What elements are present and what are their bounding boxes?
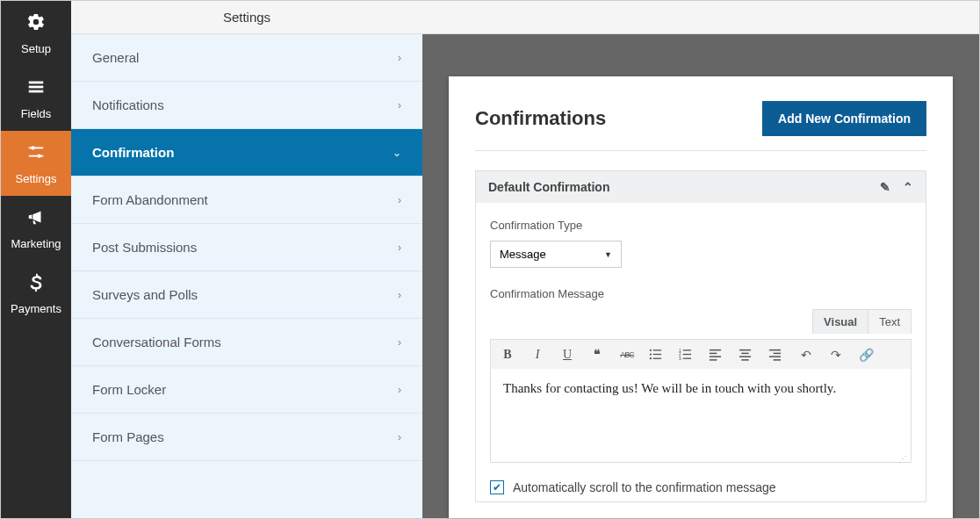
bullet-list-icon[interactable] — [649, 348, 665, 361]
chevron-right-icon: › — [398, 241, 401, 254]
settings-panel: Settings General › Notifications › Confi… — [71, 1, 422, 518]
panel-item-label: Form Pages — [92, 429, 164, 444]
svg-rect-24 — [741, 353, 748, 355]
svg-rect-2 — [29, 90, 44, 92]
main-area: Confirmations Add New Confirmation Defau… — [422, 1, 979, 518]
accordion-title: Default Confirmation — [488, 180, 609, 194]
panel-item-post-submissions[interactable]: Post Submissions › — [71, 224, 422, 271]
panel-item-label: Form Locker — [92, 382, 166, 397]
auto-scroll-checkbox[interactable]: ✔ — [490, 480, 504, 494]
confirmation-type-label: Confirmation Type — [490, 219, 912, 232]
svg-rect-22 — [710, 359, 717, 361]
editor-body[interactable]: Thanks for contacting us! We will be in … — [491, 369, 911, 457]
svg-rect-25 — [739, 356, 751, 357]
svg-point-6 — [37, 154, 40, 157]
panel-item-label: General — [92, 50, 139, 65]
svg-point-5 — [31, 146, 34, 149]
link-icon[interactable]: 🔗 — [858, 348, 874, 362]
underline-icon[interactable]: U — [559, 348, 575, 362]
sidebar-item-setup[interactable]: Setup — [1, 1, 71, 66]
sidebar-item-payments[interactable]: Payments — [1, 261, 71, 326]
accordion-body: Confirmation Type Message Confirmation M… — [476, 203, 926, 501]
chevron-right-icon: › — [398, 194, 401, 206]
confirmations-card: Confirmations Add New Confirmation Defau… — [449, 76, 953, 518]
sidebar-item-marketing[interactable]: Marketing — [1, 196, 71, 261]
sidebar-item-label: Settings — [16, 172, 57, 185]
redo-icon[interactable]: ↷ — [828, 348, 844, 362]
panel-item-label: Form Abandonment — [92, 192, 208, 207]
svg-rect-21 — [710, 356, 721, 357]
panel-item-form-abandonment[interactable]: Form Abandonment › — [71, 177, 422, 224]
panel-item-confirmation[interactable]: Confirmation ⌄ — [71, 129, 422, 177]
panel-item-form-locker[interactable]: Form Locker › — [71, 366, 422, 414]
tab-text[interactable]: Text — [868, 309, 912, 334]
edit-icon[interactable]: ✎ — [880, 180, 890, 194]
card-title: Confirmations — [475, 107, 606, 130]
svg-rect-30 — [774, 359, 781, 361]
confirmation-type-select[interactable]: Message — [490, 241, 622, 268]
chevron-right-icon: › — [398, 431, 401, 443]
chevron-down-icon: ⌄ — [393, 147, 401, 159]
sidebar-item-settings[interactable]: Settings — [1, 131, 71, 196]
dollar-icon — [26, 272, 46, 297]
chevron-right-icon: › — [398, 384, 401, 396]
panel-item-form-pages[interactable]: Form Pages › — [71, 414, 422, 461]
svg-rect-12 — [653, 358, 661, 359]
align-right-icon[interactable] — [768, 348, 784, 361]
align-left-icon[interactable] — [709, 348, 724, 361]
panel-item-conversational-forms[interactable]: Conversational Forms › — [71, 319, 422, 366]
svg-rect-18 — [683, 358, 691, 359]
main-header-strip — [422, 1, 979, 34]
svg-rect-10 — [653, 354, 661, 355]
sidebar-item-fields[interactable]: Fields — [1, 66, 71, 131]
editor: B I U ❝ ABC 123 ↶ ↷ — [490, 339, 912, 463]
italic-icon[interactable]: I — [530, 348, 545, 362]
svg-point-9 — [650, 353, 652, 355]
svg-rect-23 — [739, 350, 751, 351]
svg-rect-14 — [683, 350, 691, 350]
panel-title: Settings — [71, 1, 422, 34]
align-center-icon[interactable] — [739, 348, 754, 361]
svg-rect-27 — [769, 350, 781, 351]
gear-icon — [26, 12, 46, 37]
numbered-list-icon[interactable]: 123 — [679, 348, 695, 361]
chevron-right-icon: › — [398, 336, 401, 349]
list-icon — [26, 77, 46, 102]
svg-rect-16 — [683, 354, 691, 355]
bullhorn-icon — [26, 207, 46, 232]
editor-tabs: Visual Text — [490, 309, 912, 334]
sidebar: Setup Fields Settings Marketing Payments — [1, 1, 71, 518]
svg-rect-28 — [774, 353, 781, 355]
accordion-header[interactable]: Default Confirmation ✎ ⌃ — [476, 171, 926, 203]
svg-rect-8 — [653, 350, 661, 350]
svg-rect-19 — [710, 350, 721, 351]
svg-point-11 — [650, 357, 652, 359]
collapse-icon[interactable]: ⌃ — [903, 180, 913, 194]
svg-rect-20 — [710, 353, 717, 355]
tab-visual[interactable]: Visual — [812, 309, 868, 334]
panel-item-label: Confirmation — [92, 145, 174, 160]
panel-item-general[interactable]: General › — [71, 34, 422, 82]
confirmation-accordion: Default Confirmation ✎ ⌃ Confirmation Ty… — [475, 170, 926, 502]
panel-item-label: Notifications — [92, 97, 164, 112]
add-confirmation-button[interactable]: Add New Confirmation — [762, 101, 926, 136]
sliders-icon — [26, 142, 46, 167]
svg-rect-26 — [741, 359, 748, 361]
chevron-right-icon: › — [398, 289, 401, 301]
panel-item-label: Surveys and Polls — [92, 287, 198, 302]
resize-handle[interactable]: ⋰ — [491, 457, 911, 462]
strikethrough-icon[interactable]: ABC — [619, 350, 635, 359]
chevron-right-icon: › — [398, 52, 401, 64]
auto-scroll-label: Automatically scroll to the confirmation… — [513, 480, 776, 494]
chevron-right-icon: › — [398, 99, 401, 112]
auto-scroll-row: ✔ Automatically scroll to the confirmati… — [490, 480, 912, 494]
bold-icon[interactable]: B — [500, 348, 515, 362]
blockquote-icon[interactable]: ❝ — [589, 347, 605, 362]
panel-item-surveys-polls[interactable]: Surveys and Polls › — [71, 271, 422, 319]
svg-rect-29 — [769, 356, 781, 357]
svg-rect-1 — [29, 85, 44, 88]
svg-point-7 — [650, 350, 652, 351]
svg-text:3: 3 — [679, 357, 681, 361]
undo-icon[interactable]: ↶ — [798, 348, 814, 362]
panel-item-notifications[interactable]: Notifications › — [71, 82, 422, 129]
